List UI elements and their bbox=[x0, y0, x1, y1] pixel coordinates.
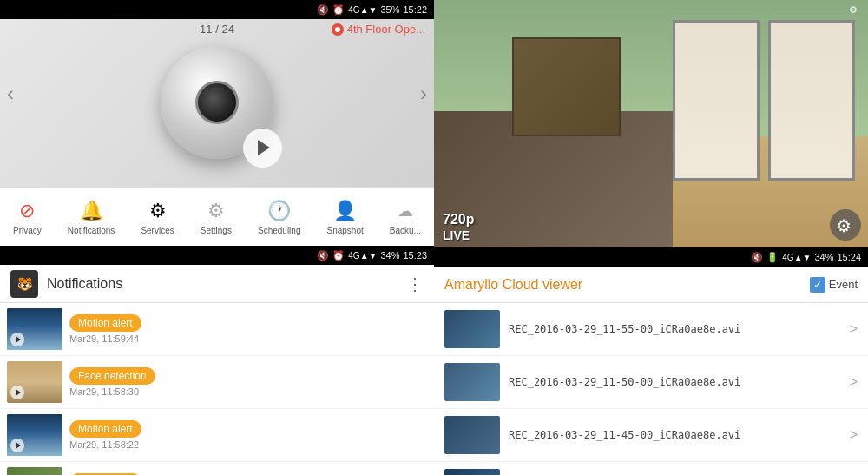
snapshot-icon: 👤 bbox=[332, 198, 358, 224]
time-right: 15:24 bbox=[837, 252, 861, 262]
room-wall-art bbox=[512, 37, 621, 136]
list-item[interactable]: REC_2016-03-29_11-45-00_iCRa0ae8e.avi > bbox=[434, 409, 868, 462]
recording-thumbnail-4 bbox=[444, 469, 500, 475]
live-feed: ⚙ 720p LIVE ⚙ bbox=[434, 0, 868, 247]
cloud-viewer-title: Amaryllo Cloud viewer bbox=[444, 277, 582, 293]
camera-lens bbox=[195, 81, 239, 124]
alarm-icon: ⏰ bbox=[332, 4, 345, 16]
status-bar-top-left: 🔇 ⏰ 4G▲▼ 35% 15:22 bbox=[0, 0, 434, 19]
event-label: Event bbox=[829, 278, 858, 291]
recording-filename-3: REC_2016-03-29_11-45-00_iCRa0ae8e.avi bbox=[509, 429, 841, 441]
live-overlay: 720p LIVE bbox=[434, 207, 483, 247]
chevron-right-icon[interactable]: > bbox=[850, 374, 858, 390]
gear-icon: ⚙ bbox=[836, 215, 855, 234]
battery-icon-r: 🔋 bbox=[766, 252, 779, 263]
right-panel: ⚙ 720p LIVE ⚙ 🔇 🔋 4G▲▼ 34% 15:24 Amaryll… bbox=[434, 0, 868, 475]
time-left1: 15:22 bbox=[403, 4, 427, 15]
live-status-label: LIVE bbox=[443, 228, 474, 242]
tab-snapshot[interactable]: 👤 Snapshot bbox=[322, 195, 369, 239]
battery-right: 34% bbox=[814, 252, 833, 262]
notifications-list: Motion alert Mar29, 11:59:44 Face detect… bbox=[0, 303, 434, 475]
tab-backup[interactable]: ☁ Backu... bbox=[385, 195, 426, 239]
list-item[interactable]: REC_2016-03-29_11-55-00_iCRa0ae8e.avi > bbox=[434, 303, 868, 356]
mute-icon: 🔇 bbox=[317, 4, 329, 16]
thumb-play-icon bbox=[10, 439, 24, 452]
notification-time-2: Mar29, 11:58:30 bbox=[69, 386, 427, 397]
room-window-right bbox=[768, 20, 855, 181]
tab-privacy[interactable]: ⊘ Privacy bbox=[8, 195, 47, 239]
tab-backup-label: Backu... bbox=[390, 226, 421, 235]
tab-settings-label: Settings bbox=[201, 226, 232, 235]
tab-notifications[interactable]: 🔔 Notifications bbox=[62, 195, 120, 239]
notifications-menu-button[interactable]: ⋮ bbox=[406, 274, 424, 294]
list-item[interactable]: REC_2016-03-29_11-50-00_iCRa0ae8e.avi > bbox=[434, 356, 868, 409]
location-text: 4th Floor Ope... bbox=[347, 23, 425, 36]
notification-thumbnail-3 bbox=[7, 414, 62, 456]
tab-notifications-label: Notifications bbox=[68, 226, 115, 235]
tab-privacy-label: Privacy bbox=[13, 226, 42, 235]
checkmark-icon: ✓ bbox=[813, 279, 822, 291]
list-item[interactable]: Motion alert Mar29, 11:58:22 bbox=[0, 409, 434, 462]
notifications-panel: 🐯 Notifications ⋮ Motion alert Mar29, 11… bbox=[0, 265, 434, 475]
camera-counter: 11 / 24 bbox=[200, 23, 234, 36]
battery-left2: 34% bbox=[380, 250, 399, 261]
notifications-title: Notifications bbox=[47, 276, 398, 292]
recording-list: REC_2016-03-29_11-55-00_iCRa0ae8e.avi > … bbox=[434, 303, 868, 475]
tab-settings[interactable]: ⚙ Settings bbox=[195, 195, 237, 239]
list-item[interactable]: Face detection Mar29, 11:58:30 bbox=[0, 356, 434, 409]
live-scene bbox=[434, 0, 868, 247]
notifications-icon: 🔔 bbox=[78, 198, 104, 224]
play-triangle-icon bbox=[258, 140, 270, 155]
camera-view: 🔇 ⏰ 4G▲▼ 35% 15:22 11 / 24 4th Floor Ope… bbox=[0, 0, 434, 187]
services-icon: ⚙ bbox=[145, 198, 171, 224]
notification-time-1: Mar29, 11:59:44 bbox=[69, 333, 427, 344]
battery-left: 35% bbox=[380, 4, 399, 15]
motion-alert-badge-3: Motion alert bbox=[69, 420, 141, 438]
recording-thumbnail-1 bbox=[444, 310, 500, 348]
tab-snapshot-label: Snapshot bbox=[327, 226, 364, 235]
time-left2: 15:23 bbox=[403, 250, 427, 261]
chevron-right-icon[interactable]: > bbox=[850, 427, 858, 443]
list-item[interactable]: REC_2016-03-29_11-40-00_iCRa0ae8e.avi > bbox=[434, 462, 868, 475]
notification-thumbnail-1 bbox=[7, 308, 62, 350]
face-detection-badge: Face detection bbox=[69, 367, 155, 385]
thumb-play-icon bbox=[10, 386, 24, 399]
recording-filename-1: REC_2016-03-29_11-55-00_iCRa0ae8e.avi bbox=[509, 323, 841, 335]
prev-camera-button[interactable]: ‹ bbox=[0, 75, 21, 113]
settings-icon: ⚙ bbox=[203, 198, 229, 224]
play-button[interactable] bbox=[243, 129, 282, 168]
next-camera-button[interactable]: › bbox=[413, 75, 434, 113]
status-bar-mid-left: 🔇 ⏰ 4G▲▼ 34% 15:23 bbox=[0, 246, 434, 265]
tab-services-label: Services bbox=[141, 226, 174, 235]
live-settings-button[interactable]: ⚙ bbox=[830, 209, 861, 241]
tab-scheduling-label: Scheduling bbox=[258, 226, 300, 235]
notification-thumbnail-2 bbox=[7, 361, 62, 403]
cloud-header: Amaryllo Cloud viewer ✓ Event bbox=[434, 267, 868, 303]
signal-icon: 4G▲▼ bbox=[348, 5, 377, 15]
chevron-right-icon[interactable]: > bbox=[850, 321, 858, 337]
notification-time-3: Mar29, 11:58:22 bbox=[69, 439, 427, 450]
cloud-viewer: Amaryllo Cloud viewer ✓ Event REC_2016-0… bbox=[434, 267, 868, 475]
settings-icon-top: ⚙ bbox=[849, 4, 858, 16]
list-item[interactable]: Motion alert Mar29, 11:59:44 bbox=[0, 303, 434, 356]
scheduling-icon: 🕐 bbox=[266, 198, 293, 224]
notification-thumbnail-4 bbox=[7, 467, 62, 475]
tab-bar: ⊘ Privacy 🔔 Notifications ⚙ Services ⚙ S… bbox=[0, 187, 434, 246]
recording-filename-2: REC_2016-03-29_11-50-00_iCRa0ae8e.avi bbox=[509, 376, 841, 388]
status-bar-top-right: ⚙ bbox=[434, 0, 868, 19]
backup-icon: ☁ bbox=[392, 198, 418, 224]
event-checkbox[interactable]: ✓ Event bbox=[810, 277, 858, 293]
app-logo: 🐯 bbox=[10, 270, 38, 298]
mute-icon2: 🔇 bbox=[317, 250, 329, 261]
alarm-icon2: ⏰ bbox=[332, 250, 345, 261]
tab-scheduling[interactable]: 🕐 Scheduling bbox=[253, 195, 306, 239]
notifications-header: 🐯 Notifications ⋮ bbox=[0, 265, 434, 303]
location-dot bbox=[332, 23, 344, 36]
checkbox-icon: ✓ bbox=[810, 277, 825, 293]
location-label: 4th Floor Ope... bbox=[332, 23, 425, 36]
list-item[interactable]: Motion alert Mar29, 11:57:00 bbox=[0, 462, 434, 475]
recording-thumbnail-3 bbox=[444, 416, 500, 454]
camera-device bbox=[161, 46, 273, 159]
signal-icon2: 4G▲▼ bbox=[348, 251, 377, 261]
tab-services[interactable]: ⚙ Services bbox=[135, 195, 179, 239]
